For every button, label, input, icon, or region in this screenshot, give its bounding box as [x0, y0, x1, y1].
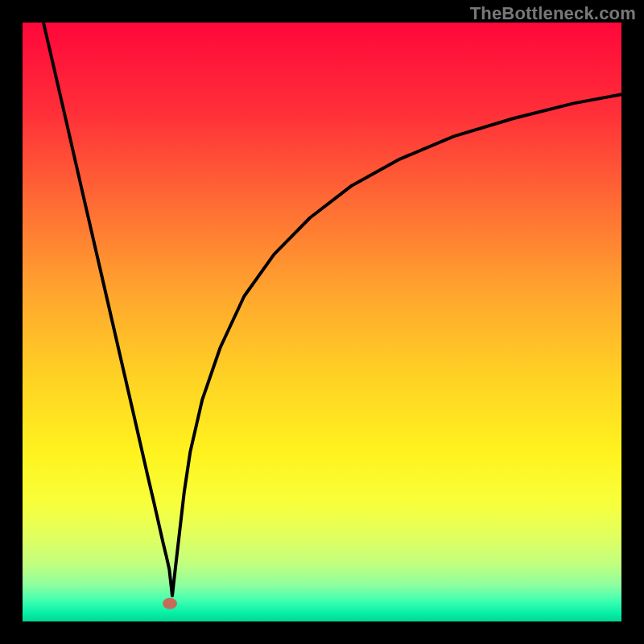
chart-container: TheBottleneck.com: [0, 0, 644, 644]
optimal-point-marker: [163, 598, 177, 609]
bottleneck-chart: [0, 0, 644, 644]
